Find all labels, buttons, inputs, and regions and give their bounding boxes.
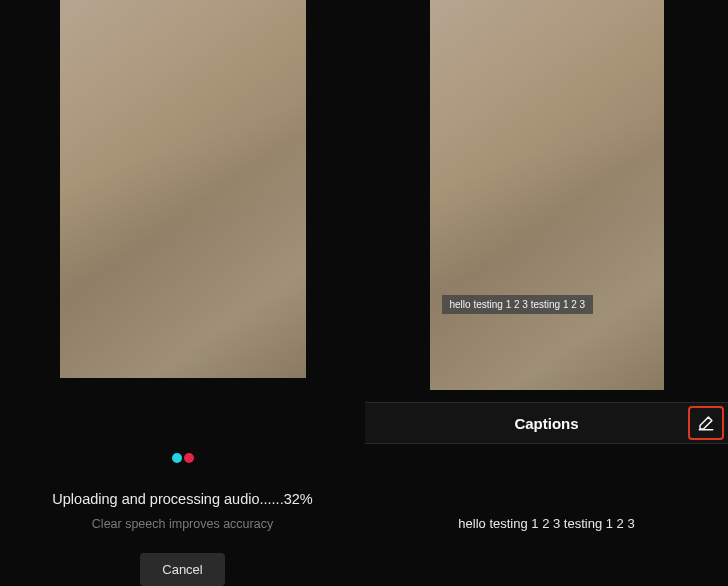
cancel-button[interactable]: Cancel (140, 553, 224, 586)
upload-processing-panel: Uploading and processing audio......32% … (0, 0, 365, 586)
captions-header-bar: Captions (365, 402, 728, 444)
accuracy-hint-text: Clear speech improves accuracy (92, 517, 273, 531)
processing-status-text: Uploading and processing audio......32% (52, 491, 312, 507)
caption-line[interactable]: hello testing 1 2 3 testing 1 2 3 (458, 516, 634, 586)
loading-dot-cyan (172, 453, 182, 463)
pencil-icon (697, 414, 715, 432)
processing-status-section: Uploading and processing audio......32% … (0, 378, 365, 586)
edit-captions-button[interactable] (688, 406, 724, 440)
loading-indicator (172, 453, 194, 463)
video-preview: hello testing 1 2 3 testing 1 2 3 (430, 0, 664, 390)
captions-panel: hello testing 1 2 3 testing 1 2 3 Captio… (365, 0, 728, 586)
captions-list: hello testing 1 2 3 testing 1 2 3 (365, 444, 728, 586)
caption-overlay-text: hello testing 1 2 3 testing 1 2 3 (442, 295, 594, 314)
loading-dot-red (184, 453, 194, 463)
video-preview (60, 0, 306, 378)
captions-title: Captions (514, 415, 578, 432)
